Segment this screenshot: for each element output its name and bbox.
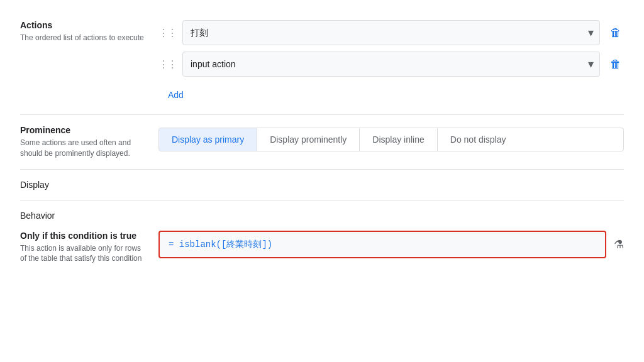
actions-label: Actions The ordered list of actions to e… xyxy=(20,20,158,43)
prominence-tabs: Display as primary Display prominently D… xyxy=(158,128,624,151)
behavior-title: Behavior xyxy=(20,211,624,221)
delete-action-1[interactable]: 🗑 xyxy=(608,24,624,42)
actions-content: ⋮⋮ 打刻 ▾ 🗑 ⋮⋮ input action ▾ 🗑 xyxy=(158,20,624,104)
tab-display-inline[interactable]: Display inline xyxy=(360,128,437,151)
prominence-description: Some actions are used often and should b… xyxy=(20,138,148,159)
tab-display-as-primary[interactable]: Display as primary xyxy=(159,128,257,151)
condition-row: Only if this condition is true This acti… xyxy=(20,231,624,265)
display-section: Display xyxy=(20,170,624,200)
action-row-1: ⋮⋮ 打刻 ▾ 🗑 xyxy=(158,20,624,45)
tab-display-prominently[interactable]: Display prominently xyxy=(257,128,360,151)
dropdown-wrapper-2: input action ▾ xyxy=(182,52,600,77)
actions-description: The ordered list of actions to execute xyxy=(20,33,148,43)
behavior-section: Behavior Only if this condition is true … xyxy=(20,200,624,275)
condition-content: = isblank([終業時刻]) ⚗ xyxy=(158,231,624,258)
action-select-1[interactable]: 打刻 xyxy=(182,20,600,45)
formula-flask-icon[interactable]: ⚗ xyxy=(614,238,624,251)
drag-handle-2[interactable]: ⋮⋮ xyxy=(158,58,176,70)
actions-title: Actions xyxy=(20,20,148,30)
condition-title: Only if this condition is true xyxy=(20,231,148,241)
display-title: Display xyxy=(20,180,624,190)
add-action-button[interactable]: Add xyxy=(158,85,193,104)
page-wrapper: Actions The ordered list of actions to e… xyxy=(0,0,644,284)
actions-section: Actions The ordered list of actions to e… xyxy=(20,10,624,115)
condition-label: Only if this condition is true This acti… xyxy=(20,231,158,265)
prominence-content: Display as primary Display prominently D… xyxy=(158,125,624,151)
action-select-2[interactable]: input action xyxy=(182,52,600,77)
prominence-title: Prominence xyxy=(20,125,148,135)
formula-text: = isblank([終業時刻]) xyxy=(169,239,272,250)
condition-description: This action is available only for rows o… xyxy=(20,243,148,265)
dropdown-wrapper-1: 打刻 ▾ xyxy=(182,20,600,45)
prominence-label: Prominence Some actions are used often a… xyxy=(20,125,158,159)
prominence-section: Prominence Some actions are used often a… xyxy=(20,115,624,170)
tab-do-not-display[interactable]: Do not display xyxy=(438,128,519,151)
delete-action-2[interactable]: 🗑 xyxy=(608,55,624,74)
action-row-2: ⋮⋮ input action ▾ 🗑 xyxy=(158,52,624,77)
formula-box[interactable]: = isblank([終業時刻]) xyxy=(158,231,606,258)
drag-handle-1[interactable]: ⋮⋮ xyxy=(158,27,176,39)
